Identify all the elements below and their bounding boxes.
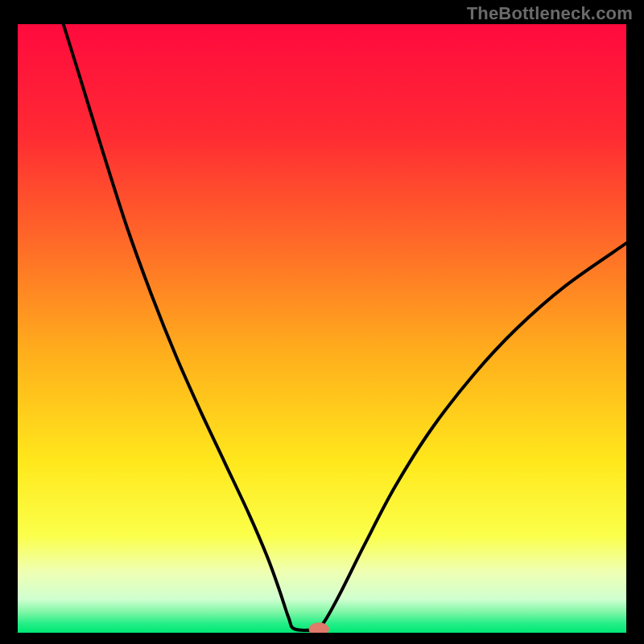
plot-background <box>18 24 626 633</box>
optimal-point-marker <box>309 623 328 633</box>
bottleneck-chart <box>18 24 626 633</box>
chart-frame: { "watermark": "TheBottleneck.com", "col… <box>0 0 644 644</box>
watermark-text: TheBottleneck.com <box>467 3 633 24</box>
